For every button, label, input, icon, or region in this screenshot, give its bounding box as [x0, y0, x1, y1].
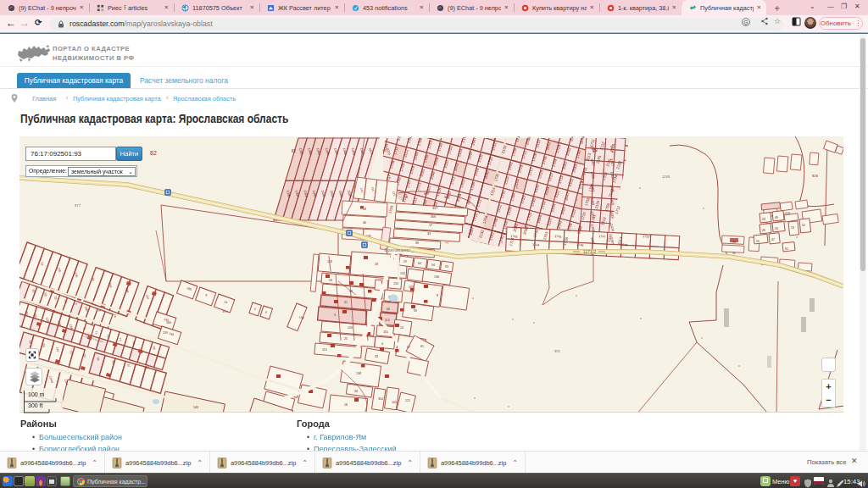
- svg-text:24: 24: [762, 218, 765, 221]
- svg-text:53: 53: [329, 279, 332, 282]
- svg-text:18: 18: [375, 263, 378, 266]
- svg-text:39: 39: [415, 241, 419, 245]
- svg-text:18: 18: [344, 403, 348, 407]
- svg-text:4: 4: [381, 342, 383, 346]
- svg-text:20: 20: [775, 227, 778, 230]
- svg-text:64: 64: [418, 262, 421, 265]
- svg-text:1746: 1746: [576, 243, 584, 247]
- svg-text:1748: 1748: [620, 243, 628, 247]
- svg-text:дВА: дВА: [784, 211, 791, 215]
- svg-text:926: 926: [812, 174, 819, 178]
- svg-text:41: 41: [344, 301, 348, 304]
- svg-text:29: 29: [403, 260, 407, 263]
- svg-text:121: 121: [405, 399, 410, 402]
- svg-text:94: 94: [431, 263, 435, 267]
- svg-text:392: 392: [269, 411, 274, 413]
- svg-text:66: 66: [387, 308, 390, 311]
- svg-text:47: 47: [771, 238, 775, 241]
- svg-text:977: 977: [75, 203, 81, 208]
- svg-text:52: 52: [405, 195, 409, 199]
- svg-text:61: 61: [420, 345, 424, 348]
- svg-text:Братовщино: Братовщино: [385, 247, 410, 252]
- svg-text:1747: 1747: [598, 235, 606, 239]
- svg-text:357: 357: [432, 207, 437, 210]
- svg-text:34: 34: [354, 390, 358, 393]
- svg-text:363: 363: [444, 195, 449, 199]
- svg-text:93: 93: [445, 265, 448, 269]
- svg-text:14: 14: [400, 326, 403, 330]
- svg-text:17: 17: [429, 224, 432, 227]
- svg-text:82: 82: [593, 148, 598, 152]
- svg-text:354: 354: [378, 397, 383, 401]
- svg-text:160: 160: [166, 321, 171, 324]
- svg-text:59: 59: [414, 309, 417, 313]
- svg-text:8: 8: [437, 294, 438, 297]
- svg-text:105: 105: [392, 401, 397, 404]
- svg-text:46: 46: [363, 221, 366, 225]
- svg-text:92: 92: [785, 247, 788, 251]
- svg-text:52: 52: [802, 224, 805, 227]
- svg-text:90: 90: [732, 241, 736, 244]
- svg-text:159: 159: [163, 331, 168, 335]
- svg-text:57: 57: [407, 346, 410, 349]
- svg-text:136: 136: [434, 275, 439, 279]
- svg-text:153: 153: [393, 282, 398, 286]
- svg-text:82: 82: [292, 149, 297, 153]
- svg-text:116: 116: [383, 330, 388, 334]
- svg-text:356: 356: [431, 215, 436, 219]
- svg-text:132: 132: [400, 272, 405, 275]
- svg-text:33: 33: [375, 355, 378, 358]
- svg-text:55: 55: [756, 240, 760, 243]
- svg-text:25: 25: [344, 337, 348, 341]
- svg-text:362: 362: [424, 191, 429, 196]
- svg-text:138: 138: [356, 372, 361, 375]
- svg-text:55: 55: [732, 252, 736, 255]
- svg-text:1744: 1744: [532, 243, 540, 247]
- svg-text:13: 13: [791, 226, 794, 230]
- svg-text:26: 26: [762, 229, 765, 232]
- svg-text:391: 391: [554, 349, 561, 353]
- svg-text:1205: 1205: [662, 175, 670, 179]
- svg-text:3: 3: [334, 313, 336, 317]
- svg-text:110: 110: [322, 348, 327, 352]
- svg-text:161: 161: [144, 366, 149, 369]
- svg-text:1750: 1750: [643, 235, 650, 239]
- svg-text:115: 115: [385, 319, 390, 322]
- svg-text:1743: 1743: [510, 235, 518, 239]
- svg-text:120: 120: [348, 326, 353, 330]
- svg-text:49: 49: [775, 216, 778, 219]
- svg-text:43: 43: [427, 232, 431, 236]
- svg-text:1745: 1745: [554, 235, 562, 239]
- svg-text:1171/2: 1171/2: [583, 249, 596, 254]
- svg-text:143: 143: [193, 406, 198, 409]
